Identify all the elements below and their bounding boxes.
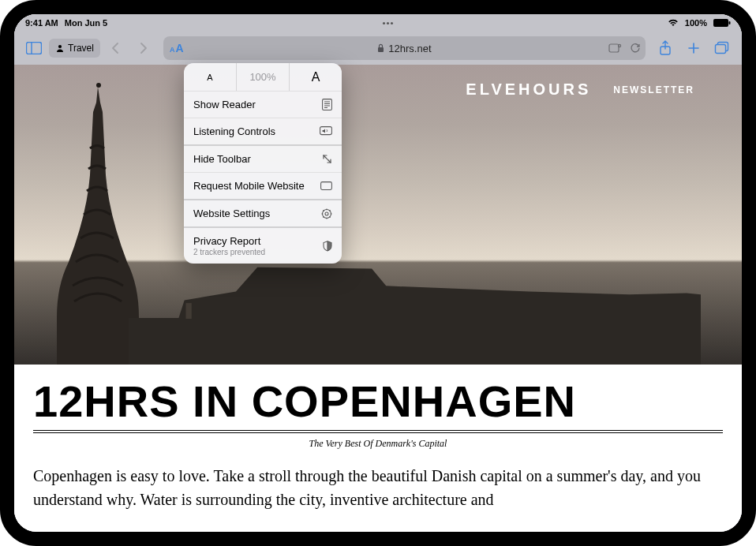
profile-pill[interactable]: Travel xyxy=(49,39,100,58)
battery-percent: 100% xyxy=(685,18,707,28)
reload-button[interactable] xyxy=(630,43,641,54)
url-text: 12hrs.net xyxy=(388,43,431,54)
svg-rect-6 xyxy=(609,44,619,52)
new-tab-button[interactable] xyxy=(680,35,707,62)
forward-button[interactable] xyxy=(130,35,157,62)
privacy-report-row[interactable]: Privacy Report 2 trackers prevented xyxy=(184,228,342,264)
speaker-bubble-icon xyxy=(320,126,332,136)
shield-icon xyxy=(323,241,332,252)
privacy-report-text: Privacy Report 2 trackers prevented xyxy=(193,235,265,256)
webpage-content[interactable]: ELVEHOURS NEWSLETTER 12HRS IN COPENHAGEN… xyxy=(14,65,742,532)
privacy-report-subtext: 2 trackers prevented xyxy=(193,248,265,256)
back-button[interactable] xyxy=(102,35,129,62)
newsletter-link[interactable]: NEWSLETTER xyxy=(613,84,694,95)
article-subtitle: The Very Best Of Denmark's Capital xyxy=(33,438,723,450)
status-date: Mon Jun 5 xyxy=(65,18,107,28)
site-nav: ELVEHOURS NEWSLETTER xyxy=(466,80,694,99)
request-mobile-label: Request Mobile Website xyxy=(193,180,305,192)
article-body: Copenhagen is easy to love. Take a strol… xyxy=(33,464,723,511)
site-logo-partial[interactable]: ELVEHOURS xyxy=(466,80,591,99)
status-time: 9:41 AM xyxy=(25,18,58,28)
safari-toolbar: Travel AA 12hrs.net xyxy=(14,32,742,65)
svg-rect-1 xyxy=(729,21,731,24)
article: 12HRS IN COPENHAGEN The Very Best Of Den… xyxy=(14,365,742,511)
ipad-frame: 9:41 AM Mon Jun 5 100% xyxy=(0,0,756,546)
zoom-out-button[interactable]: A xyxy=(184,63,237,91)
text-size-button[interactable]: AA xyxy=(170,42,184,54)
show-reader-label: Show Reader xyxy=(193,99,256,110)
article-headline: 12HRS IN COPENHAGEN xyxy=(33,376,723,433)
profile-label: Travel xyxy=(68,43,94,54)
page-settings-popover: A 100% A Show Reader Listening Controls … xyxy=(184,63,342,264)
wifi-icon xyxy=(668,19,679,27)
svg-rect-2 xyxy=(27,43,42,54)
listening-controls-row[interactable]: Listening Controls xyxy=(184,118,342,146)
website-settings-row[interactable]: Website Settings xyxy=(184,200,342,228)
hide-toolbar-label: Hide Toolbar xyxy=(193,153,251,165)
multitask-dots-icon[interactable] xyxy=(383,22,393,24)
zoom-level[interactable]: 100% xyxy=(237,63,290,91)
website-settings-label: Website Settings xyxy=(193,208,270,219)
tabs-button[interactable] xyxy=(709,35,735,62)
listening-controls-label: Listening Controls xyxy=(193,125,275,137)
address-bar[interactable]: AA 12hrs.net xyxy=(163,36,646,60)
status-bar: 9:41 AM Mon Jun 5 100% xyxy=(14,14,742,32)
svg-point-4 xyxy=(58,45,62,48)
hero-image: ELVEHOURS NEWSLETTER xyxy=(14,65,742,365)
svg-rect-13 xyxy=(323,99,332,110)
svg-rect-19 xyxy=(321,182,332,190)
sidebar-button[interactable] xyxy=(21,35,47,62)
lock-icon xyxy=(377,43,384,53)
svg-rect-10 xyxy=(716,45,726,54)
svg-rect-5 xyxy=(378,47,384,52)
device-icon xyxy=(320,181,332,190)
svg-rect-18 xyxy=(320,127,332,135)
person-icon xyxy=(55,43,65,53)
svg-point-11 xyxy=(96,83,101,88)
zoom-segment: A 100% A xyxy=(184,63,342,92)
hide-toolbar-row[interactable]: Hide Toolbar xyxy=(184,146,342,173)
expand-arrows-icon xyxy=(322,154,332,164)
svg-rect-12 xyxy=(186,303,192,319)
svg-point-21 xyxy=(325,212,328,215)
screen: 9:41 AM Mon Jun 5 100% xyxy=(14,14,742,532)
battery-icon xyxy=(713,19,731,27)
request-mobile-row[interactable]: Request Mobile Website xyxy=(184,173,342,200)
svg-rect-0 xyxy=(713,19,728,27)
gear-icon xyxy=(321,208,332,219)
zoom-in-button[interactable]: A xyxy=(290,63,342,91)
privacy-report-label: Privacy Report xyxy=(193,235,260,247)
share-button[interactable] xyxy=(652,35,679,62)
roofline-graphic xyxy=(129,250,701,365)
svg-point-7 xyxy=(618,44,620,47)
extensions-icon[interactable] xyxy=(608,43,622,54)
show-reader-row[interactable]: Show Reader xyxy=(184,92,342,118)
reader-icon xyxy=(322,99,332,110)
